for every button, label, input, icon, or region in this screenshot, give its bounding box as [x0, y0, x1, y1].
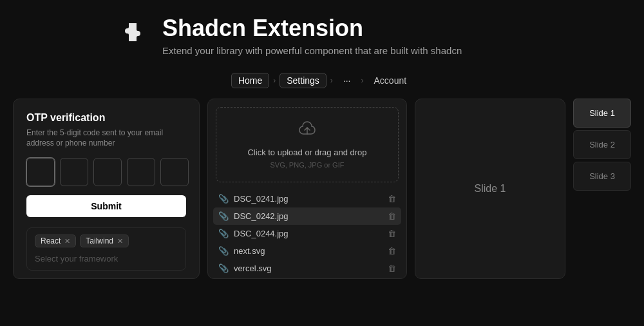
otp-digit-5[interactable] — [160, 158, 189, 186]
tag-react-close[interactable]: ✕ — [64, 237, 70, 245]
upload-cta-link[interactable]: Click to upload — [247, 148, 302, 157]
file-icon-2: 📎 — [218, 211, 229, 221]
breadcrumb-home[interactable]: Home — [231, 73, 269, 88]
upload-cta: Click to upload or drag and drop — [247, 148, 366, 157]
tag-tailwind-close[interactable]: ✕ — [117, 237, 123, 245]
breadcrumb-account[interactable]: Account — [368, 73, 413, 88]
file-name-1: DSC_0241.jpg — [234, 194, 383, 204]
slide-nav-2-label: Slide 2 — [589, 140, 615, 149]
file-delete-5[interactable]: 🗑 — [388, 264, 396, 273]
file-item-3[interactable]: 📎 DSC_0244.jpg 🗑 — [213, 225, 401, 242]
slide-navigation: Slide 1 Slide 2 Slide 3 — [573, 99, 631, 279]
file-item-5[interactable]: 📎 vercel.svg 🗑 — [213, 260, 401, 277]
otp-description: Enter the 5-digit code sent to your emai… — [26, 128, 186, 149]
otp-digit-3[interactable] — [93, 158, 122, 186]
otp-digit-1[interactable] — [26, 158, 55, 186]
carousel-current-slide: Slide 1 — [475, 183, 506, 195]
puzzle-icon — [116, 18, 149, 54]
file-delete-4[interactable]: 🗑 — [388, 246, 396, 256]
breadcrumb-settings[interactable]: Settings — [279, 73, 327, 88]
tag-react-label: React — [41, 236, 61, 245]
file-icon-5: 📎 — [218, 264, 229, 273]
file-icon-4: 📎 — [218, 246, 229, 256]
upload-icon — [297, 120, 317, 141]
slide-nav-2[interactable]: Slide 2 — [573, 130, 631, 159]
upload-cta-suffix: or drag and drop — [305, 148, 366, 157]
file-list: 📎 DSC_0241.jpg 🗑 📎 DSC_0242.jpg 🗑 📎 DSC_… — [208, 190, 406, 278]
file-delete-1[interactable]: 🗑 — [388, 194, 396, 204]
breadcrumb-sep-2: › — [330, 76, 333, 85]
otp-inputs — [26, 158, 186, 186]
file-delete-3[interactable]: 🗑 — [388, 229, 396, 238]
carousel-main: Slide 1 — [415, 99, 565, 279]
slide-nav-3[interactable]: Slide 3 — [573, 162, 631, 191]
file-name-4: next.svg — [234, 246, 383, 256]
file-name-3: DSC_0244.jpg — [234, 229, 383, 238]
breadcrumb-ellipsis: ··· — [337, 73, 357, 88]
file-icon-1: 📎 — [218, 194, 229, 204]
tag-react[interactable]: React ✕ — [35, 235, 76, 247]
slide-nav-3-label: Slide 3 — [589, 171, 615, 181]
otp-title: OTP verification — [26, 112, 186, 124]
otp-card: OTP verification Enter the 5-digit code … — [13, 99, 200, 279]
file-item-4[interactable]: 📎 next.svg 🗑 — [213, 242, 401, 260]
app-title: Shadcn Extension — [162, 15, 462, 41]
breadcrumb: Home › Settings › ··· › Account — [0, 68, 644, 99]
file-name-2: DSC_0242.jpg — [234, 211, 383, 221]
breadcrumb-sep-3: › — [361, 76, 364, 85]
app-header: Shadcn Extension Extend your library wit… — [0, 0, 644, 68]
otp-digit-2[interactable] — [60, 158, 88, 186]
otp-digit-4[interactable] — [127, 158, 155, 186]
slide-nav-1[interactable]: Slide 1 — [573, 99, 631, 128]
breadcrumb-sep-1: › — [273, 76, 276, 85]
app-subtitle: Extend your library with powerful compon… — [162, 44, 462, 57]
upload-area[interactable]: Click to upload or drag and drop SVG, PN… — [216, 107, 399, 182]
tag-tailwind[interactable]: Tailwind ✕ — [80, 235, 129, 247]
header-text: Shadcn Extension Extend your library wit… — [162, 15, 462, 57]
framework-placeholder: Select your framework — [35, 254, 178, 264]
otp-submit-button[interactable]: Submit — [26, 195, 186, 217]
file-item-1[interactable]: 📎 DSC_0241.jpg 🗑 — [213, 190, 401, 207]
upload-card: Click to upload or drag and drop SVG, PN… — [207, 99, 407, 279]
file-delete-2[interactable]: 🗑 — [388, 211, 396, 221]
file-name-5: vercel.svg — [234, 264, 383, 273]
file-item-2[interactable]: 📎 DSC_0242.jpg 🗑 — [213, 207, 401, 225]
upload-formats: SVG, PNG, JPG or GIF — [270, 161, 345, 169]
main-content: OTP verification Enter the 5-digit code … — [0, 99, 644, 279]
file-icon-3: 📎 — [218, 229, 229, 238]
framework-selector[interactable]: React ✕ Tailwind ✕ Select your framework — [26, 227, 186, 271]
slide-nav-1-label: Slide 1 — [589, 108, 615, 118]
tag-tailwind-label: Tailwind — [86, 236, 113, 245]
